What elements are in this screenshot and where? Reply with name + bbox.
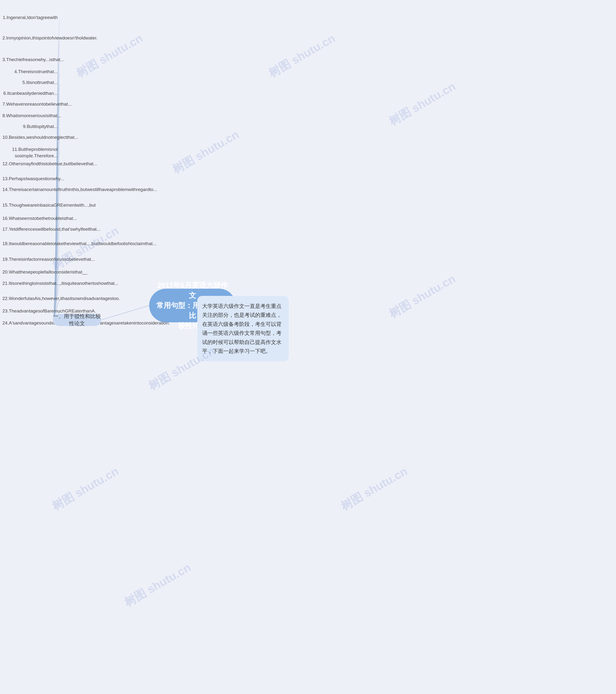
description-text: 大学英语六级作文一直是考生重点关注的部分，也是考试的重难点，在英语六级备考阶段，… — [202, 303, 282, 354]
list-item-9: 9.Butitispitythat... — [2, 123, 60, 130]
watermark: 树图 shutu.cn — [122, 560, 194, 610]
connector-line-item-15 — [53, 207, 60, 320]
watermark: 树图 shutu.cn — [170, 127, 242, 177]
watermark: 树图 shutu.cn — [49, 463, 122, 514]
list-item-21: 21.Itisonethingtoinsiststhat...,itisquit… — [2, 280, 60, 287]
list-item-20: 20.Whatthesepeoplefailtoconsideristhat__ — [2, 269, 60, 275]
list-item-12: 12.Othersmayfindthistobetrue,butIbelieve… — [2, 161, 60, 167]
list-item-5: 5.Itisnottruethat... — [2, 79, 60, 86]
watermark: 树图 shutu.cn — [266, 31, 338, 81]
category-node: 一、用于驳性和比较性论文 — [53, 314, 101, 326]
category-label: 一、用于驳性和比较性论文 — [53, 313, 101, 327]
list-item-14: 14.Thereisacertainamountoftruthinthis,bu… — [2, 186, 60, 193]
watermark: 树图 shutu.cn — [386, 271, 458, 322]
list-item-18: 18.Itwouldbereasonabletotaketheviewthat.… — [2, 240, 60, 247]
mindmap-container: 树图 shutu.cn树图 shutu.cn树图 shutu.cn树图 shut… — [0, 0, 616, 694]
list-item-10: 10.Besides,weshouldnotneglectthat... — [2, 134, 60, 141]
list-item-19: 19.Thereisinfactonreasonforussobelieveth… — [2, 256, 60, 263]
list-item-3: 3.Thechiefreasonwhy...isthat... — [2, 56, 60, 63]
list-item-16: 16.Whatseemstobethetroubleisthat... — [2, 215, 60, 222]
list-item-17: 17.Yetdifferenceswillbefound,that'swhylf… — [2, 226, 60, 233]
watermark: 树图 shutu.cn — [338, 463, 410, 514]
watermark: 树图 shutu.cn — [386, 79, 458, 129]
list-item-22: 22.WonderfulasAis,however,ithasitsowndis… — [2, 295, 60, 302]
description-node: 大学英语六级作文一直是考生重点关注的部分，也是考试的重难点，在英语六级备考阶段，… — [197, 296, 289, 361]
list-item-7: 7.Wehavenoreasontobelievethat... — [2, 101, 60, 108]
list-item-4: 4.Thereisnotruethat... — [2, 69, 60, 75]
connector-lines — [0, 0, 616, 694]
connector-category-to-title — [101, 306, 149, 320]
list-item-24: 24.A'sandvantagesoundsridiculouswhenB'sa… — [2, 320, 60, 326]
list-item-8: 8.Whatismoreseriousisithat... — [2, 113, 60, 119]
list-item-1: 1.Ingeneral,Idon'tagreewith — [2, 15, 60, 21]
list-item-15: 15.ThoughweareinbasicaGREementwith...,bu… — [2, 202, 60, 208]
list-item-13: 13.PerhapsIwasquestionwhy... — [2, 176, 60, 182]
list-item-6: 6.Itcanbeasilydeniedthan... — [2, 90, 60, 97]
list-item-11: 11.Buttheproblemisnot sosimple.Therefore… — [2, 146, 60, 159]
list-item-2: 2.Inmyopinion,thispointofviewdoesn'thold… — [2, 35, 60, 41]
list-item-23: 23.TheadvantagesofBaremuchGREaterthanA. — [2, 308, 60, 314]
